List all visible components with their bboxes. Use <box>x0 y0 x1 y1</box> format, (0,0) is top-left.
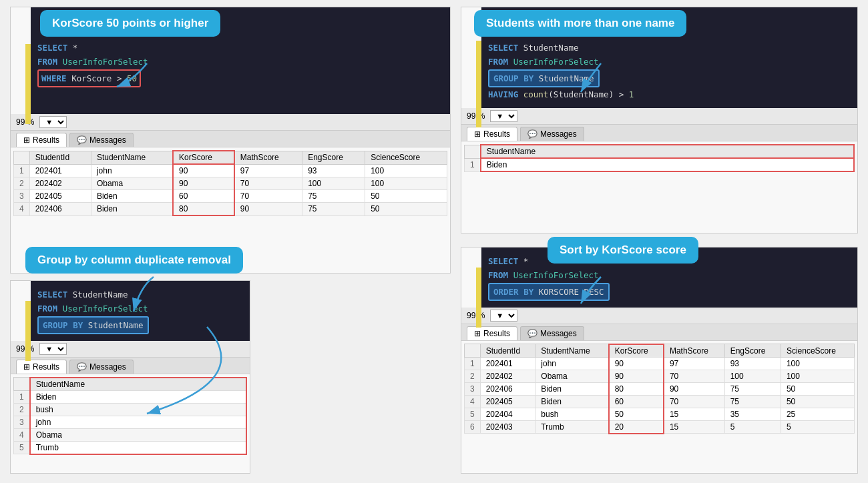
result-table-top-right: StudentName 1 Biden <box>464 144 855 172</box>
tooltip-students-multi: Students with more than one name <box>474 10 686 37</box>
zoom-select-br[interactable]: ▼ <box>490 310 517 322</box>
result-table-top-left: StudentId StudentName KorScore MathScore… <box>13 150 447 216</box>
tooltip-sort-kor: Sort by KorScore score <box>548 237 698 264</box>
grid-icon: ⊞ <box>23 135 30 145</box>
tab-results-bl[interactable]: ⊞ Results <box>16 360 67 374</box>
result-table-bottom-right: StudentId StudentName KorScore MathScore… <box>464 344 855 434</box>
tab-messages-tr[interactable]: 💬 Messages <box>520 127 584 141</box>
table-row: 1 Biden <box>14 390 247 403</box>
panel-top-left: SELECT * FROM UserInfoForSelect WHERE Ko… <box>10 7 451 274</box>
tooltip-kor50: KorScore 50 points or higher <box>40 10 220 37</box>
table-row: 1 Biden <box>465 158 855 171</box>
tab-messages-bl[interactable]: 💬 Messages <box>69 360 134 374</box>
zoom-select-tr[interactable]: ▼ <box>490 110 517 122</box>
table-row: 3 202405Biden 60 707550 <box>14 190 447 203</box>
panel-bottom-right: SELECT * FROM UserInfoForSelect ORDER BY… <box>461 247 858 474</box>
table-row: 4 202406Biden 80 907550 <box>14 203 447 216</box>
message-icon-br: 💬 <box>527 329 537 338</box>
tab-results-br[interactable]: ⊞ Results <box>467 326 517 340</box>
table-row: 2 bush <box>14 403 247 416</box>
zoom-select-bl[interactable]: ▼ <box>39 343 67 355</box>
tab-messages-br[interactable]: 💬 Messages <box>520 326 584 340</box>
tab-results-tr[interactable]: ⊞ Results <box>467 127 517 141</box>
tab-messages[interactable]: 💬 Messages <box>69 133 134 147</box>
table-row: 3 john <box>14 416 247 428</box>
grid-icon-bl: ⊞ <box>23 362 30 372</box>
table-row: 2 202402Obama 90 70100100 <box>465 370 855 382</box>
table-row: 4 202405Biden 60 707550 <box>465 395 855 408</box>
grid-icon-tr: ⊞ <box>474 129 481 139</box>
table-row: 4 Obama <box>14 428 247 441</box>
zoom-select[interactable]: ▼ <box>39 116 67 128</box>
tab-results[interactable]: ⊞ Results <box>16 133 67 147</box>
panel-bottom-left: SELECT StudentName FROM UserInfoForSelec… <box>10 280 250 474</box>
tooltip-group-dedup: Group by column duplicate removal <box>25 247 243 274</box>
message-icon-tr: 💬 <box>527 129 537 139</box>
table-row: 6 202403Trumb 20 1555 <box>465 420 855 434</box>
table-row: 5 Trumb <box>14 441 247 454</box>
table-row: 1 202401john 90 9793100 <box>14 164 447 177</box>
result-table-bottom-left: StudentName 1 Biden 2 bush 3 john 4 <box>13 377 247 455</box>
table-row: 2 202402Obama 90 70100100 <box>14 177 447 190</box>
message-icon: 💬 <box>77 135 87 145</box>
table-row: 5 202404bush 50 153525 <box>465 408 855 420</box>
grid-icon-br: ⊞ <box>474 329 481 338</box>
table-row: 3 202406Biden 80 907550 <box>465 382 855 395</box>
message-icon-bl: 💬 <box>77 362 87 372</box>
table-row: 1 202401john 90 9793100 <box>465 357 855 370</box>
panel-top-right: SELECT StudentName FROM UserInfoForSelec… <box>461 7 858 233</box>
